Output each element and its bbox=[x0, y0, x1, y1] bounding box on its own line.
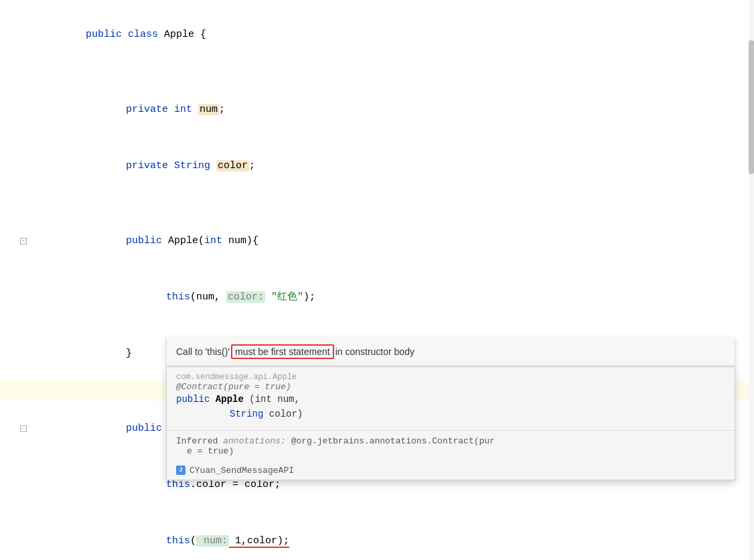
fold-icon-10[interactable]: – bbox=[20, 425, 27, 432]
semicolon-1: ; bbox=[219, 104, 225, 115]
inferred-text-2: e = true) bbox=[187, 446, 234, 456]
error-tooltip: Call to 'this()' must be first statement… bbox=[166, 338, 735, 366]
type-string-1: String bbox=[174, 160, 216, 171]
error-text-before: Call to 'this()' bbox=[176, 346, 230, 357]
space-1 bbox=[265, 291, 271, 303]
file-icon: J bbox=[176, 466, 185, 475]
file-panel: J CYuan_SendMessageAPI bbox=[167, 462, 735, 480]
sig-method-name: Apple bbox=[216, 394, 244, 405]
line-content-3: private int num; bbox=[32, 82, 754, 138]
code-line-12: this( num: 1,color); bbox=[0, 513, 754, 560]
code-line-3: private int num; bbox=[0, 82, 754, 138]
string-red: "红色" bbox=[271, 291, 303, 303]
code-line-2 bbox=[0, 63, 754, 82]
code-line-1: public class Apple { bbox=[0, 7, 754, 63]
sig-params-1: (int num, bbox=[249, 394, 300, 405]
this-kw-2: this bbox=[166, 479, 190, 490]
type-int-param: int bbox=[204, 235, 228, 247]
brace-close-1: } bbox=[126, 348, 132, 359]
semicolon-2: ; bbox=[249, 160, 255, 171]
sig-kw-public: public bbox=[176, 394, 210, 405]
inferred-label: Inferred bbox=[176, 436, 218, 446]
code-line-4: private String color; bbox=[0, 138, 754, 194]
autocomplete-annotation: @Contract(pure = true) bbox=[176, 382, 725, 392]
label-num-1: num: bbox=[196, 535, 229, 547]
brace-2: ){ bbox=[246, 235, 258, 247]
paren-1: ( bbox=[198, 235, 204, 247]
code-line-5 bbox=[0, 194, 754, 213]
semicolon-3: ); bbox=[303, 291, 315, 303]
line-content-2 bbox=[32, 63, 754, 82]
constructor-apple-1: Apple bbox=[168, 235, 198, 247]
kw-private-1: private bbox=[126, 104, 174, 115]
squiggly-content: 1,color); bbox=[229, 535, 289, 548]
brace-open: { bbox=[194, 29, 206, 40]
kw-public-2: public bbox=[126, 423, 168, 434]
line-content-5 bbox=[32, 194, 754, 213]
autocomplete-signature: public Apple (int num, String color) bbox=[176, 392, 725, 422]
kw-private-2: private bbox=[126, 160, 174, 171]
this-kw-1: this bbox=[166, 291, 190, 303]
inferred-panel: Inferred annotations: @org.jetbrains.ann… bbox=[167, 431, 735, 462]
code-line-7: this(num, color: "红色"); bbox=[0, 269, 754, 326]
dot-color: .color = color; bbox=[190, 479, 281, 490]
code-line-6: – public Apple(int num){ bbox=[0, 213, 754, 269]
label-color-1: color: bbox=[226, 291, 265, 303]
paren-this-1: (num, bbox=[190, 291, 226, 303]
keyword-public: public bbox=[86, 29, 128, 40]
keyword-class: class bbox=[128, 29, 164, 40]
fold-icon-6[interactable]: – bbox=[20, 238, 27, 244]
field-num: num bbox=[198, 104, 219, 115]
this-kw-3: this bbox=[166, 535, 190, 547]
line-content-7: this(num, color: "红色"); bbox=[32, 269, 754, 326]
line-content-6: public Apple(int num){ bbox=[32, 213, 754, 269]
line-content-1: public class Apple { bbox=[32, 7, 754, 63]
class-name: Apple bbox=[164, 29, 194, 40]
gutter-10: – bbox=[0, 425, 32, 432]
autocomplete-item[interactable]: com.sendmessage.api.Apple @Contract(pure… bbox=[167, 367, 735, 431]
gutter-6: – bbox=[0, 238, 32, 244]
line-content-12: this( num: 1,color); bbox=[32, 513, 754, 560]
autocomplete-panel: com.sendmessage.api.Apple @Contract(pure… bbox=[166, 366, 735, 480]
scrollbar[interactable] bbox=[749, 0, 754, 560]
popup-container: Call to 'this()' must be first statement… bbox=[166, 338, 735, 480]
inferred-text: annotations: @org.jetbrains.annotations.… bbox=[218, 436, 494, 446]
error-text-after: in constructor body bbox=[335, 346, 414, 357]
field-color: color bbox=[216, 160, 249, 171]
paren-this-3: ( bbox=[190, 535, 196, 547]
file-name: CYuan_SendMessageAPI bbox=[190, 466, 294, 476]
line-content-4: private String color; bbox=[32, 138, 754, 194]
param-num: num bbox=[228, 235, 246, 247]
kw-public-1: public bbox=[126, 235, 168, 247]
type-int: int bbox=[174, 104, 198, 115]
scrollbar-thumb[interactable] bbox=[749, 40, 754, 174]
error-highlighted-text: must be first statement bbox=[231, 344, 334, 359]
sig-params-2: color) bbox=[263, 409, 303, 419]
editor-area: public class Apple { private int num; pr… bbox=[0, 0, 754, 560]
sig-type-string: String bbox=[230, 409, 263, 419]
autocomplete-package: com.sendmessage.api.Apple bbox=[176, 372, 725, 382]
